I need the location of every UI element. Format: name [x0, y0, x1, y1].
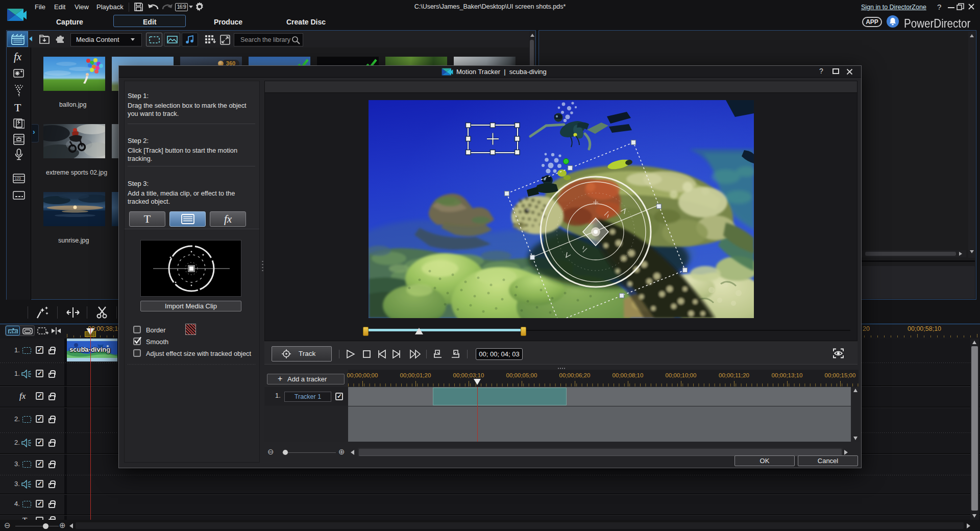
svg-text:123: 123: [15, 177, 21, 180]
